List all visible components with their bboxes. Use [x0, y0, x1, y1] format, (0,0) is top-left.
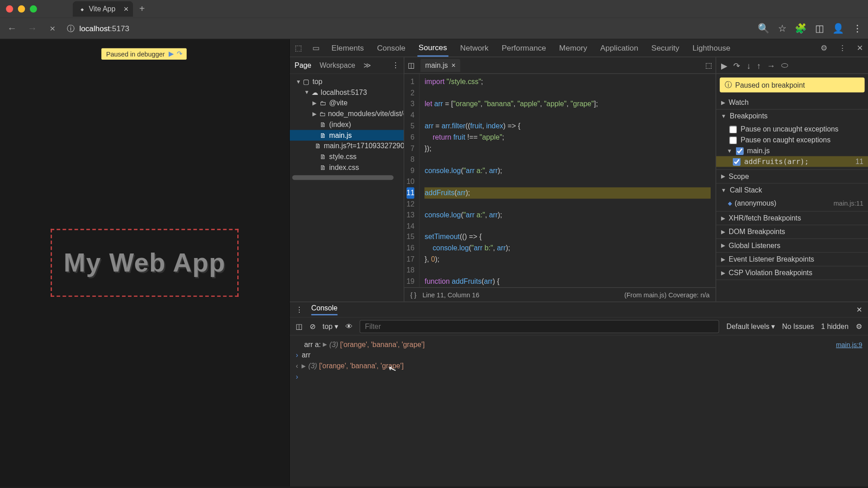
reload-button[interactable]: ×: [47, 23, 58, 34]
console-result-row: ‹ ▶ (3) ['orange', 'banana', 'grape']: [296, 361, 862, 371]
expand-icon[interactable]: ▶: [302, 363, 306, 369]
window-titlebar: ⬥ Vite App × +: [0, 0, 868, 18]
pretty-print-icon[interactable]: { }: [410, 291, 416, 298]
toggle-navigator-icon[interactable]: ◫: [408, 61, 415, 69]
log-levels[interactable]: Default levels ▾: [726, 322, 775, 330]
step-out-button[interactable]: ↑: [757, 61, 761, 70]
nav-tab-page[interactable]: Page: [295, 61, 311, 69]
section-breakpoints[interactable]: ▼Breakpoints: [716, 110, 868, 123]
new-tab-button[interactable]: +: [139, 4, 145, 14]
address-bar[interactable]: ⓘ localhost:5173: [67, 23, 750, 34]
log-source-link[interactable]: main.js:9: [836, 341, 862, 348]
format-icon[interactable]: ⬚: [705, 61, 712, 69]
expand-icon[interactable]: ▶: [323, 342, 327, 347]
console-filter-input[interactable]: [359, 320, 719, 333]
app-heading-box: My Web App: [51, 229, 239, 296]
site-info-icon[interactable]: ⓘ: [67, 23, 75, 34]
minimize-window-button[interactable]: [18, 5, 25, 13]
settings-icon[interactable]: ⚙: [821, 43, 828, 52]
devtools-tabs: ⬚ ▭ Elements Console Sources Network Per…: [290, 39, 868, 57]
resume-button[interactable]: ▶: [721, 61, 728, 70]
browser-tab[interactable]: ⬥ Vite App ×: [73, 1, 133, 17]
stack-frame[interactable]: (anonymous)main.js:11: [716, 198, 868, 209]
more-icon[interactable]: ⋮: [839, 43, 846, 52]
bp-item[interactable]: addFruits(arr);11: [716, 156, 868, 167]
section-csp[interactable]: ▶CSP Violation Breakpoints: [716, 267, 868, 280]
paused-in-debugger-badge: Paused in debugger ▶ ↷: [101, 48, 187, 60]
section-dom[interactable]: ▶DOM Breakpoints: [716, 225, 868, 239]
profile-icon[interactable]: 👤: [832, 23, 844, 34]
step-icon[interactable]: ↷: [177, 50, 182, 58]
nav-tab-workspace[interactable]: Workspace: [320, 61, 355, 69]
resume-icon[interactable]: ▶: [169, 50, 174, 58]
editor-file-tab[interactable]: main.js ×: [420, 59, 460, 72]
section-callstack[interactable]: ▼Call Stack: [716, 183, 868, 197]
issues-link[interactable]: No Issues: [782, 322, 814, 330]
device-icon[interactable]: ▭: [312, 43, 320, 52]
tab-sources[interactable]: Sources: [417, 39, 448, 56]
step-over-button[interactable]: ↷: [733, 61, 741, 70]
bp-item-checkbox[interactable]: [733, 158, 741, 165]
tree-index[interactable]: 🗎(index): [290, 119, 404, 130]
extensions-icon[interactable]: 🧩: [795, 23, 807, 34]
close-file-icon[interactable]: ×: [452, 61, 456, 69]
tab-memory[interactable]: Memory: [558, 40, 588, 56]
tab-security[interactable]: Security: [650, 40, 680, 56]
console-context[interactable]: top ▾: [323, 322, 338, 330]
back-button[interactable]: ←: [6, 23, 18, 34]
bookmark-icon[interactable]: ☆: [778, 23, 786, 34]
section-global[interactable]: ▶Global Listeners: [716, 239, 868, 252]
tree-vite[interactable]: ▶🗀@vite: [290, 98, 404, 108]
maximize-window-button[interactable]: [30, 5, 37, 13]
zoom-icon[interactable]: 🔍: [758, 23, 769, 34]
section-watch[interactable]: ▶Watch: [716, 96, 868, 109]
step-button[interactable]: →: [767, 61, 775, 70]
menu-icon[interactable]: ⋮: [853, 23, 862, 34]
inspect-icon[interactable]: ⬚: [295, 43, 302, 52]
drawer-tab-console[interactable]: Console: [311, 304, 338, 315]
close-window-button[interactable]: [6, 5, 13, 13]
bp-file-row[interactable]: ▼main.js: [716, 145, 868, 156]
close-devtools-icon[interactable]: ✕: [857, 43, 863, 52]
drawer-menu-icon[interactable]: ⋮: [296, 305, 303, 314]
tab-lighthouse[interactable]: Lighthouse: [691, 40, 731, 56]
tree-host[interactable]: ▼☁localhost:5173: [290, 87, 404, 98]
log-row: arr a: ▶ (3) ['orange', 'banana', 'grape…: [296, 339, 862, 350]
drawer-close-icon[interactable]: ✕: [856, 305, 862, 314]
editor-statusbar: { } Line 11, Column 16 (From main.js) Co…: [404, 287, 716, 302]
section-xhr[interactable]: ▶XHR/fetch Breakpoints: [716, 211, 868, 225]
console-settings-icon[interactable]: ⚙: [856, 322, 863, 330]
deactivate-bp-button[interactable]: ⬭: [781, 60, 788, 70]
bp-file-checkbox[interactable]: [736, 147, 744, 155]
live-expression-icon[interactable]: 👁: [345, 322, 353, 330]
console-output[interactable]: arr a: ▶ (3) ['orange', 'banana', 'grape…: [290, 336, 868, 487]
tree-mainjs-ts[interactable]: 🗎main.js?t=171093327290: [290, 141, 404, 151]
tree-stylecss[interactable]: 🗎style.css: [290, 151, 404, 162]
input-prompt-icon: ›: [296, 372, 298, 380]
tree-nodemod[interactable]: ▶🗀node_modules/vite/dist/c: [290, 108, 404, 119]
browser-toolbar: ← → × ⓘ localhost:5173 🔍 ☆ 🧩 ◫ 👤 ⋮: [0, 18, 868, 39]
sidepanel-icon[interactable]: ◫: [815, 23, 824, 34]
tab-console[interactable]: Console: [376, 40, 406, 56]
tab-network[interactable]: Network: [459, 40, 490, 56]
tab-close-icon[interactable]: ×: [123, 4, 128, 14]
tab-performance[interactable]: Performance: [500, 40, 547, 56]
pause-uncaught-checkbox[interactable]: [729, 126, 737, 133]
tab-application[interactable]: Application: [599, 40, 639, 56]
nav-more-icon[interactable]: ⋮: [392, 61, 399, 69]
step-into-button[interactable]: ↓: [746, 61, 750, 70]
tab-elements[interactable]: Elements: [330, 40, 365, 56]
section-scope[interactable]: ▶Scope: [716, 170, 868, 183]
code-editor[interactable]: 1234567891011121314151617181920212223242…: [404, 74, 716, 287]
clear-console-icon[interactable]: ⊘: [310, 322, 316, 330]
section-event[interactable]: ▶Event Listener Breakpoints: [716, 253, 868, 266]
console-sidebar-icon[interactable]: ◫: [296, 322, 302, 330]
tree-indexcss[interactable]: 🗎index.css: [290, 162, 404, 173]
tree-top[interactable]: ▼▢top: [290, 76, 404, 87]
navigator-pane: Page Workspace ≫ ⋮ ▼▢top ▼☁localhost:517…: [290, 57, 404, 302]
pause-caught-checkbox[interactable]: [729, 136, 737, 144]
forward-button[interactable]: →: [26, 23, 38, 34]
nav-tab-more[interactable]: ≫: [363, 61, 371, 69]
navigator-hscroll[interactable]: [290, 175, 404, 180]
tree-mainjs[interactable]: 🗎main.js: [290, 130, 404, 141]
